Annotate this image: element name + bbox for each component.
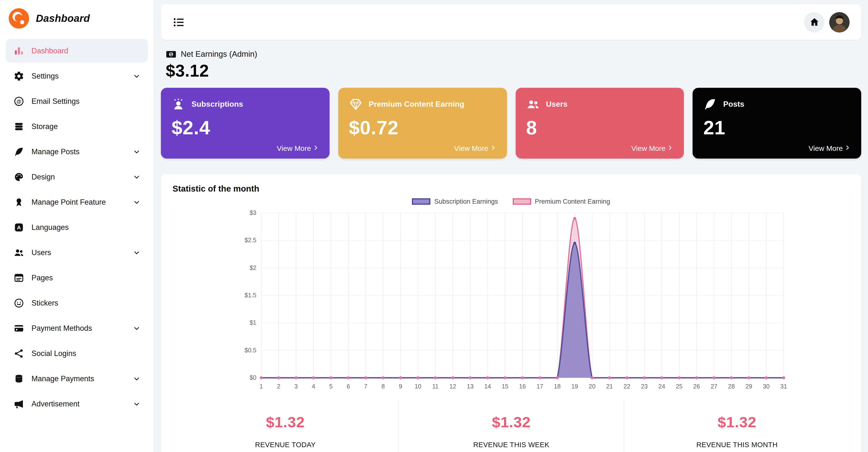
user-avatar [829, 12, 849, 32]
sidebar-item-email-settings[interactable]: @Email Settings [6, 89, 148, 113]
sidebar-item-manage-posts[interactable]: Manage Posts [6, 140, 148, 164]
stat-card-users: Users8View More [516, 88, 684, 159]
gear-icon [13, 70, 24, 81]
svg-text:22: 22 [623, 383, 630, 390]
revenue-label: REVENUE THIS WEEK [399, 441, 624, 449]
topbar-actions [804, 12, 849, 32]
person-star-icon [172, 97, 185, 111]
share-icon [13, 348, 24, 359]
main-content: $ Net Earnings (Admin) $3.12 Subscriptio… [154, 0, 868, 452]
svg-text:29: 29 [745, 383, 752, 390]
legend-swatch [513, 198, 531, 205]
sidebar-item-label: Settings [31, 72, 59, 80]
revenue-value: $1.32 [399, 414, 624, 431]
view-more-button[interactable]: View More [806, 144, 854, 153]
view-more-label: View More [809, 144, 843, 152]
sidebar: Dashboard DashboardSettings@Email Settin… [0, 0, 154, 452]
sidebar-item-label: Manage Point Feature [31, 198, 106, 206]
pages-icon [13, 272, 24, 283]
stat-card-title: Subscriptions [191, 100, 243, 109]
users-icon [13, 247, 24, 258]
list-icon [173, 16, 185, 28]
palette-icon [13, 171, 24, 182]
chevron-down-icon [133, 325, 140, 332]
sidebar-item-manage-point-feature[interactable]: Manage Point Feature [6, 190, 148, 214]
sidebar-item-manage-payments[interactable]: Manage Payments [6, 367, 148, 390]
legend-item-subscription-earnings[interactable]: Subscription Earnings [412, 198, 498, 205]
topbar [161, 4, 861, 40]
svg-text:1: 1 [259, 383, 263, 390]
stat-cards-row: Subscriptions$2.4View MorePremium Conten… [161, 88, 861, 159]
svg-text:24: 24 [658, 383, 665, 390]
svg-text:9: 9 [399, 383, 402, 390]
revenue-label: REVENUE TODAY [173, 441, 398, 449]
sidebar-item-dashboard[interactable]: Dashboard [6, 39, 148, 62]
svg-text:5: 5 [329, 383, 333, 390]
revenue-value: $1.32 [173, 414, 398, 431]
svg-text:25: 25 [676, 383, 682, 390]
stat-card-title: Users [546, 100, 567, 109]
sidebar-item-stickers[interactable]: Stickers [6, 291, 148, 315]
sidebar-item-label: Stickers [31, 299, 58, 307]
home-button[interactable] [804, 12, 825, 32]
app-root: Dashboard DashboardSettings@Email Settin… [0, 0, 868, 452]
svg-text:$1.5: $1.5 [244, 292, 256, 299]
legend-swatch [412, 198, 430, 205]
chevron-right-icon [313, 144, 319, 152]
stat-card-value: 21 [704, 117, 851, 139]
svg-text:30: 30 [763, 383, 769, 390]
sidebar-item-advertisement[interactable]: Advertisement [6, 392, 148, 416]
svg-text:2: 2 [277, 383, 280, 390]
legend-item-premium-content-earning[interactable]: Premium Content Earning [513, 198, 610, 205]
stat-card-header: Premium Content Earning [349, 97, 496, 111]
sidebar-menu: DashboardSettings@Email SettingsStorageM… [0, 35, 154, 419]
translate-icon: A [13, 222, 24, 232]
svg-text:26: 26 [693, 383, 700, 390]
home-icon [809, 17, 819, 27]
statistics-title: Statistic of the month [173, 184, 849, 194]
svg-text:6: 6 [346, 383, 350, 390]
svg-text:$2.5: $2.5 [244, 237, 256, 244]
view-more-button[interactable]: View More [274, 144, 321, 153]
net-earnings-section: $ Net Earnings (Admin) $3.12 [166, 50, 857, 81]
chevron-right-icon [667, 144, 674, 152]
view-more-label: View More [631, 144, 665, 152]
sidebar-item-label: Manage Posts [31, 147, 80, 156]
chart-legend: Subscription EarningsPremium Content Ear… [173, 198, 849, 205]
sidebar-item-label: Advertisement [31, 399, 80, 408]
statistics-card: Statistic of the month Subscription Earn… [161, 174, 861, 452]
chevron-down-icon [133, 400, 140, 407]
chart-area: $0$0.5$1$1.5$2$2.5$312345678910111213141… [230, 207, 792, 392]
chevron-right-icon [844, 144, 850, 152]
stat-card-value: $2.4 [172, 117, 319, 139]
svg-text:18: 18 [554, 383, 560, 390]
svg-text:31: 31 [780, 383, 787, 390]
svg-text:10: 10 [414, 383, 421, 390]
sidebar-item-social-logins[interactable]: Social Logins [6, 341, 148, 365]
menu-toggle-button[interactable] [173, 16, 185, 28]
svg-text:13: 13 [466, 383, 473, 390]
view-more-button[interactable]: View More [451, 144, 499, 153]
stat-card-subscriptions: Subscriptions$2.4View More [161, 88, 330, 159]
view-more-button[interactable]: View More [628, 144, 676, 153]
sidebar-item-languages[interactable]: ALanguages [6, 215, 148, 239]
diamond-icon [349, 97, 363, 111]
logo[interactable]: Dashboard [0, 0, 154, 35]
sidebar-item-label: Dashboard [31, 46, 68, 55]
sidebar-item-users[interactable]: Users [6, 241, 148, 264]
money-icon: $ [166, 50, 177, 58]
avatar-button[interactable] [829, 12, 849, 32]
chevron-down-icon [133, 173, 140, 180]
card-icon [13, 323, 24, 333]
sidebar-item-settings[interactable]: Settings [6, 64, 148, 88]
sidebar-item-label: Payment Methods [31, 324, 92, 333]
chevron-down-icon [133, 249, 140, 256]
feather-icon [13, 146, 24, 157]
sidebar-item-storage[interactable]: Storage [6, 114, 148, 138]
sidebar-item-pages[interactable]: Pages [6, 266, 148, 289]
stat-card-value: $0.72 [349, 117, 496, 139]
sidebar-item-design[interactable]: Design [6, 165, 148, 189]
sidebar-item-payment-methods[interactable]: Payment Methods [6, 316, 148, 340]
sidebar-item-label: Social Logins [31, 349, 76, 358]
stat-card-title: Premium Content Earning [369, 100, 465, 109]
